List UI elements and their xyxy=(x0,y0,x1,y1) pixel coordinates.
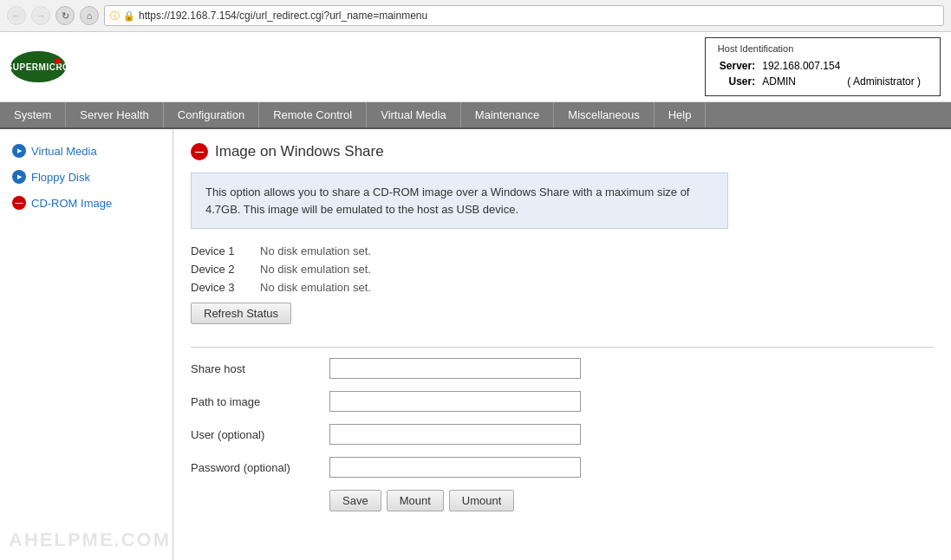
role-value: ( Administrator ) xyxy=(847,75,926,88)
address-bar[interactable]: ⓘ 🔒 https://192.168.7.154/cgi/url_redire… xyxy=(104,5,944,26)
device-row-2: Device 2 No disk emulation set. xyxy=(191,263,934,276)
path-input[interactable] xyxy=(329,391,581,412)
info-icon: ⓘ xyxy=(110,10,120,23)
share-host-input[interactable] xyxy=(329,358,581,379)
sidebar-item-virtual-media[interactable]: Virtual Media xyxy=(0,138,173,164)
nav-server-health[interactable]: Server Health xyxy=(66,102,163,127)
device-2-value: No disk emulation set. xyxy=(260,263,371,276)
logo-text: SUPERMICRO xyxy=(7,62,70,72)
forward-button[interactable]: → xyxy=(31,6,50,25)
mount-button[interactable]: Mount xyxy=(387,490,444,511)
user-optional-label: User (optional) xyxy=(191,428,329,441)
refresh-status-button[interactable]: Refresh Status xyxy=(191,303,291,324)
device-table: Device 1 No disk emulation set. Device 2… xyxy=(191,244,934,294)
nav-maintenance[interactable]: Maintenance xyxy=(461,102,554,127)
server-value: 192.168.007.154 xyxy=(762,59,845,73)
form-area: Share host Path to image User (optional)… xyxy=(191,358,934,478)
floppy-disk-icon xyxy=(12,170,26,184)
action-buttons: Save Mount Umount xyxy=(191,490,934,511)
device-2-label: Device 2 xyxy=(191,263,260,276)
virtual-media-link[interactable]: Virtual Media xyxy=(31,145,97,158)
share-host-row: Share host xyxy=(191,358,934,379)
lock-icon: 🔒 xyxy=(123,10,135,22)
server-label: Server: xyxy=(720,59,760,73)
device-1-label: Device 1 xyxy=(191,244,260,257)
sidebar: Virtual Media Floppy Disk CD-ROM Image xyxy=(0,129,173,560)
user-label: User: xyxy=(720,75,760,88)
page-title: Image on Windows Share xyxy=(191,143,934,160)
cdrom-image-icon xyxy=(12,196,26,210)
nav-menu: System Server Health Configuration Remot… xyxy=(0,102,951,129)
main-layout: Virtual Media Floppy Disk CD-ROM Image I… xyxy=(0,129,951,560)
cdrom-image-link[interactable]: CD-ROM Image xyxy=(31,197,112,210)
page-title-text: Image on Windows Share xyxy=(215,143,384,160)
logo-oval: SUPERMICRO xyxy=(10,51,66,82)
host-id-table: Server: 192.168.007.154 User: ADMIN ( Ad… xyxy=(718,57,928,90)
host-identification: Host Identification Server: 192.168.007.… xyxy=(705,37,941,96)
nav-miscellaneous[interactable]: Miscellaneous xyxy=(554,102,654,127)
divider xyxy=(191,347,934,348)
nav-system[interactable]: System xyxy=(0,102,66,127)
nav-virtual-media[interactable]: Virtual Media xyxy=(367,102,461,127)
logo: SUPERMICRO xyxy=(10,51,66,82)
virtual-media-icon xyxy=(12,144,26,158)
top-header: SUPERMICRO Host Identification Server: 1… xyxy=(0,32,951,102)
nav-remote-control[interactable]: Remote Control xyxy=(259,102,367,127)
content-area: Image on Windows Share This option allow… xyxy=(173,129,951,560)
user-input[interactable] xyxy=(329,424,581,445)
info-box: This option allows you to share a CD-ROM… xyxy=(191,173,728,229)
user-value: ADMIN xyxy=(762,75,845,88)
home-button[interactable]: ⌂ xyxy=(80,6,99,25)
info-text: This option allows you to share a CD-ROM… xyxy=(205,186,690,216)
path-label: Path to image xyxy=(191,395,329,408)
device-3-value: No disk emulation set. xyxy=(260,281,371,294)
umount-button[interactable]: Umount xyxy=(449,490,515,511)
nav-configuration[interactable]: Configuration xyxy=(164,102,259,127)
back-button[interactable]: ← xyxy=(7,6,26,25)
refresh-browser-button[interactable]: ↻ xyxy=(55,6,75,25)
password-optional-label: Password (optional) xyxy=(191,461,329,474)
device-row-1: Device 1 No disk emulation set. xyxy=(191,244,934,257)
share-host-label: Share host xyxy=(191,362,329,375)
password-row: Password (optional) xyxy=(191,457,934,478)
user-row: User (optional) xyxy=(191,424,934,445)
sidebar-item-cdrom-image[interactable]: CD-ROM Image xyxy=(0,190,173,216)
path-row: Path to image xyxy=(191,391,934,412)
save-button[interactable]: Save xyxy=(329,490,381,511)
page-title-icon xyxy=(191,143,208,160)
device-1-value: No disk emulation set. xyxy=(260,244,371,257)
url-text: https://192.168.7.154/cgi/url_redirect.c… xyxy=(139,10,427,22)
password-input[interactable] xyxy=(329,457,581,478)
browser-chrome: ← → ↻ ⌂ ⓘ 🔒 https://192.168.7.154/cgi/ur… xyxy=(0,0,951,32)
floppy-disk-link[interactable]: Floppy Disk xyxy=(31,171,90,184)
sidebar-item-floppy-disk[interactable]: Floppy Disk xyxy=(0,164,173,190)
device-row-3: Device 3 No disk emulation set. xyxy=(191,281,934,294)
nav-help[interactable]: Help xyxy=(655,102,707,127)
logo-dot xyxy=(55,58,61,64)
device-3-label: Device 3 xyxy=(191,281,260,294)
host-id-title: Host Identification xyxy=(718,43,928,54)
